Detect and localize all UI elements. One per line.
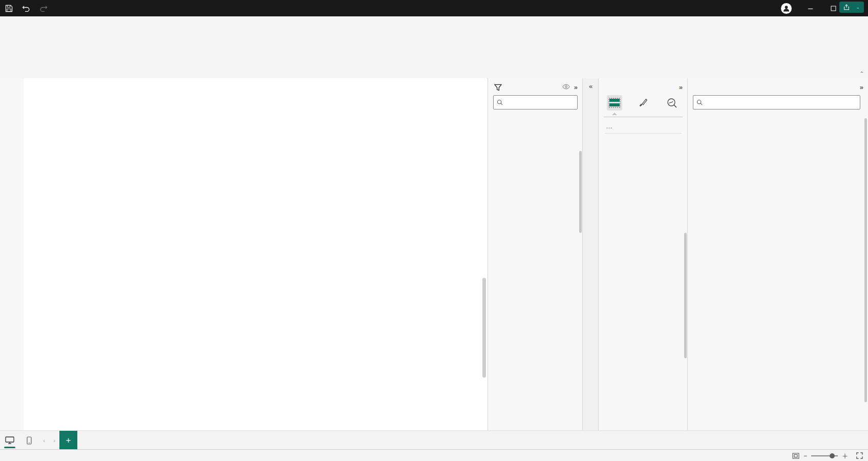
quick-measure-strip[interactable]: «: [582, 78, 599, 430]
view-switcher-rail: [0, 78, 24, 430]
filter-search-input[interactable]: [493, 95, 578, 109]
ribbon-tab-bar: [0, 16, 868, 31]
share-button[interactable]: ⌄: [839, 2, 864, 13]
minimize-button[interactable]: ─: [799, 0, 822, 16]
zoom-out-icon[interactable]: −: [803, 452, 807, 459]
small-multiples-visual[interactable]: [40, 189, 353, 417]
page-tab-bar: ‹ › +: [0, 430, 868, 450]
next-page-arrow[interactable]: ›: [49, 431, 59, 450]
small-multiples-icon: [608, 98, 621, 108]
search-icon: [696, 99, 703, 105]
zoom-slider[interactable]: [811, 455, 838, 456]
report-canvas[interactable]: [24, 78, 487, 430]
share-icon: [843, 4, 850, 10]
mobile-layout-icon[interactable]: [19, 431, 39, 450]
eye-icon[interactable]: [562, 83, 570, 91]
filter-pane-scrollbar[interactable]: [579, 151, 582, 233]
viz-pane-scrollbar[interactable]: [684, 233, 687, 358]
zoom-slider-thumb[interactable]: [830, 453, 835, 458]
data-search-input[interactable]: [693, 95, 860, 109]
filter-icon: [494, 84, 502, 91]
filter-pane: »: [488, 78, 583, 430]
format-brush-icon: [638, 98, 648, 108]
ribbon: ⌃: [0, 31, 868, 79]
new-page-button[interactable]: +: [59, 431, 77, 450]
collapse-pane-icon[interactable]: »: [860, 83, 863, 91]
title-bar: ─ ✕: [0, 0, 868, 16]
collapse-pane-icon[interactable]: »: [679, 83, 683, 91]
prev-page-arrow[interactable]: ‹: [39, 431, 49, 450]
account-avatar[interactable]: [781, 3, 792, 14]
undo-icon[interactable]: [17, 0, 35, 16]
data-pane-scrollbar[interactable]: [864, 118, 867, 402]
visual-gallery: [604, 117, 683, 121]
fullscreen-icon[interactable]: [856, 452, 863, 459]
line-chart-visual[interactable]: [49, 78, 367, 193]
field-wells: [605, 133, 682, 135]
more-visuals-ellipsis[interactable]: …: [606, 122, 688, 130]
analytics-icon: [666, 98, 678, 108]
data-pane: »: [687, 78, 868, 430]
powerbi-desktop-window: ─ ✕ ⌄ ⌃ »: [0, 0, 868, 461]
zoom-in-icon[interactable]: ＋: [842, 451, 848, 460]
search-icon: [497, 99, 503, 105]
fit-page-icon[interactable]: [792, 453, 799, 459]
canvas-scrollbar[interactable]: [482, 278, 486, 378]
collapse-ribbon-icon[interactable]: ⌃: [860, 71, 864, 76]
status-bar: − ＋: [0, 449, 868, 461]
visualizations-pane: » …: [598, 78, 688, 430]
tab-format-visual[interactable]: [636, 95, 651, 111]
collapse-pane-icon[interactable]: »: [574, 83, 578, 91]
expand-strip-icon[interactable]: «: [583, 78, 599, 90]
tab-build-visual[interactable]: [607, 95, 622, 111]
tab-analytics[interactable]: [664, 95, 680, 111]
desktop-layout-icon[interactable]: [0, 431, 19, 450]
save-icon[interactable]: [0, 0, 17, 16]
redo-icon[interactable]: [35, 0, 52, 16]
